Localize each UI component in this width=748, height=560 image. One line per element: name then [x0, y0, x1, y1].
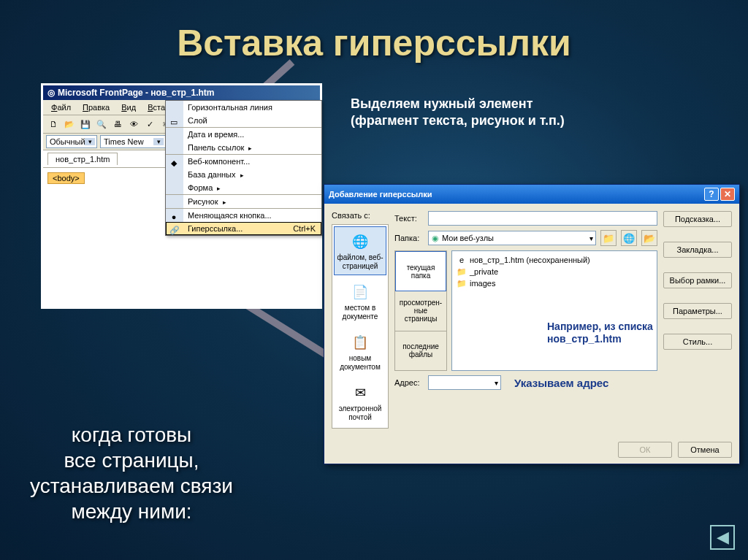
- side-button[interactable]: Выбор рамки...: [663, 272, 732, 288]
- side-button[interactable]: Параметры...: [663, 303, 732, 319]
- save-icon[interactable]: 💾: [78, 117, 93, 131]
- link-type[interactable]: ✉электронной почтой: [334, 377, 386, 426]
- menu-item[interactable]: Меняющаяся кнопка...●: [166, 208, 321, 222]
- open-icon[interactable]: 📂: [62, 117, 77, 131]
- insert-menu-dropdown[interactable]: Горизонтальная линияСлой▭Дата и время...…: [165, 100, 322, 236]
- callout-example: Например, из списка нов_стр_1.htm: [547, 321, 653, 345]
- menu-item[interactable]: Веб-компонент...◆: [166, 154, 321, 168]
- browse-tab[interactable]: последние файлы: [395, 331, 446, 370]
- callout-address: Указываем адрес: [514, 377, 608, 389]
- address-input[interactable]: [428, 375, 501, 390]
- web-icon: ◉: [432, 234, 439, 243]
- annotation-select-element: Выделяем нужный элемент (фрагмент текста…: [351, 96, 565, 130]
- file-item[interactable]: 📁images: [455, 277, 654, 289]
- menu-Файл[interactable]: Файл: [46, 101, 76, 113]
- menu-Вид[interactable]: Вид: [116, 101, 141, 113]
- menu-item[interactable]: База данных: [166, 168, 321, 181]
- link-with-label: Связать с:: [332, 211, 389, 220]
- print-icon[interactable]: 🖶: [110, 117, 125, 131]
- file-list[interactable]: eнов_стр_1.htm (несохраненный)📁_private📁…: [451, 250, 657, 371]
- annotation-bottom: когда готовы все страницы, устанавливаем…: [0, 422, 263, 524]
- hyperlink-dialog: Добавление гиперссылки ? ✕ Связать с: 🌐ф…: [324, 184, 740, 464]
- up-folder-icon[interactable]: 📁: [600, 230, 617, 246]
- hint-button[interactable]: Подсказка...: [663, 211, 732, 227]
- menu-item[interactable]: Гиперссылка...Ctrl+K🔗: [166, 222, 321, 235]
- link-type[interactable]: 📋новым документом: [334, 327, 386, 376]
- menu-Правка[interactable]: Правка: [77, 101, 115, 113]
- file-item[interactable]: eнов_стр_1.htm (несохраненный): [455, 254, 654, 266]
- frontpage-window: ◎ Microsoft FrontPage - нов_стр_1.htm Фа…: [41, 83, 322, 309]
- file-item[interactable]: 📁_private: [455, 266, 654, 277]
- menu-item[interactable]: Слой▭: [166, 114, 321, 127]
- text-input[interactable]: [428, 211, 657, 226]
- frontpage-title: Microsoft FrontPage - нов_стр_1.htm: [58, 88, 215, 98]
- link-type[interactable]: 🌐файлом, веб-страницей: [334, 226, 386, 275]
- frontpage-icon: ◎: [47, 88, 55, 98]
- browse-file-icon[interactable]: 📂: [641, 230, 657, 246]
- menu-item[interactable]: Форма: [166, 181, 321, 194]
- link-type-panel: 🌐файлом, веб-страницей📄местом в документ…: [332, 224, 389, 429]
- dialog-title: Добавление гиперссылки: [329, 190, 432, 199]
- browse-tab[interactable]: текущая папка: [395, 251, 446, 291]
- frontpage-titlebar: ◎ Microsoft FrontPage - нов_стр_1.htm: [43, 85, 320, 100]
- search-icon[interactable]: 🔍: [94, 117, 109, 131]
- slide-title: Вставка гиперссылки: [0, 0, 748, 64]
- dialog-titlebar: Добавление гиперссылки ? ✕: [324, 185, 739, 204]
- side-button[interactable]: Стиль...: [663, 334, 732, 350]
- style-combo[interactable]: Обычный: [46, 135, 97, 148]
- document-body[interactable]: <body> Горизонтальная линияСлой▭Дата и в…: [43, 168, 320, 307]
- folder-label: Папка:: [394, 234, 424, 242]
- document-tab[interactable]: нов_стр_1.htm: [47, 153, 118, 165]
- menu-item[interactable]: Горизонтальная линия: [166, 101, 321, 114]
- cancel-button[interactable]: Отмена: [678, 442, 732, 458]
- text-label: Текст:: [394, 214, 424, 223]
- folder-combo[interactable]: ◉ Мои веб-узлы: [428, 231, 596, 245]
- preview-icon[interactable]: 👁: [126, 117, 141, 131]
- side-button[interactable]: Закладка...: [663, 242, 732, 258]
- help-button[interactable]: ?: [704, 188, 719, 201]
- ok-button[interactable]: ОК: [618, 442, 672, 458]
- browse-tabs[interactable]: текущая папкапросмотрен-ные страницыпосл…: [394, 250, 447, 371]
- address-label: Адрес:: [394, 378, 424, 387]
- menu-item[interactable]: Рисунок: [166, 194, 321, 208]
- new-icon[interactable]: 🗋: [46, 117, 61, 131]
- link-type[interactable]: 📄местом в документе: [334, 277, 386, 326]
- menu-item[interactable]: Панель ссылок: [166, 141, 321, 154]
- browse-tab[interactable]: просмотрен-ные страницы: [395, 291, 446, 331]
- menu-item[interactable]: Дата и время...: [166, 127, 321, 141]
- browse-web-icon[interactable]: 🌐: [621, 230, 637, 246]
- close-button[interactable]: ✕: [720, 188, 735, 201]
- font-combo[interactable]: Times New: [100, 135, 166, 148]
- body-tag[interactable]: <body>: [47, 172, 85, 184]
- nav-previous-icon[interactable]: ◀: [710, 525, 735, 550]
- spell-icon[interactable]: ✓: [142, 117, 157, 131]
